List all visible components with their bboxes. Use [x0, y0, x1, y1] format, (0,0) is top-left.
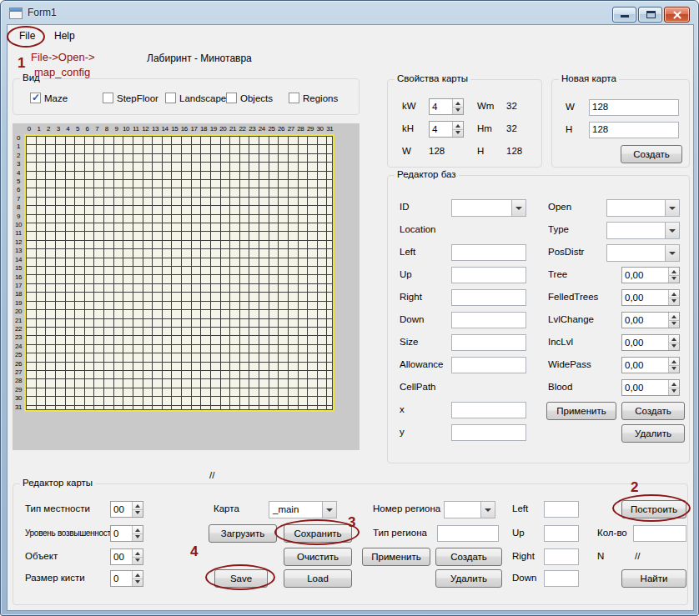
up-input[interactable]	[544, 525, 579, 542]
up-input[interactable]	[451, 267, 526, 283]
save-ru-button[interactable]: Сохранить	[284, 524, 352, 543]
grid-col-header: 11	[131, 124, 141, 133]
w-value: 128	[429, 146, 445, 156]
grid-row-header: 23	[13, 333, 23, 342]
left-input[interactable]	[544, 501, 579, 518]
object-spinner-icon[interactable]	[132, 549, 143, 564]
terrain-type-value: 00	[113, 504, 124, 514]
apply-button[interactable]: Применить	[362, 548, 430, 566]
elevation-value: 0	[113, 528, 118, 538]
id-combobox[interactable]	[451, 199, 526, 217]
dropdown-arrow-icon[interactable]	[511, 200, 526, 216]
clear-button[interactable]: Очистить	[284, 548, 352, 566]
object-stepper[interactable]: 00	[110, 548, 143, 565]
maximize-button[interactable]	[638, 7, 662, 23]
region-number-label: Номер региона	[373, 503, 440, 513]
grid-col-header: 25	[267, 124, 277, 133]
kh-stepper[interactable]: 4	[429, 121, 464, 138]
delete-button[interactable]: Удалить	[435, 569, 502, 588]
spinner-icon[interactable]	[668, 358, 679, 373]
open-combobox[interactable]	[606, 199, 680, 217]
menu-help[interactable]: Help	[48, 28, 82, 44]
save-en-button[interactable]: Save	[214, 569, 268, 588]
grid-col-header: 22	[238, 124, 248, 133]
checkbox-objects[interactable]: Objects	[226, 93, 273, 103]
widepass-stepper[interactable]: 0,00	[621, 357, 680, 373]
new-map-create-button[interactable]: Создать	[621, 145, 682, 163]
right-input[interactable]	[544, 548, 579, 565]
brush-spinner-icon[interactable]	[132, 571, 143, 586]
kh-spinner-icon[interactable]	[452, 122, 463, 137]
elevation-spinner-icon[interactable]	[132, 526, 143, 541]
titlebar[interactable]: Form1	[1, 1, 698, 25]
checkbox-label: Maze	[44, 93, 68, 103]
down-input[interactable]	[544, 570, 579, 587]
allowance-input[interactable]	[451, 357, 526, 373]
kw-spinner-icon[interactable]	[452, 99, 463, 114]
checkbox-regions[interactable]: Regions	[289, 93, 338, 103]
region-type-input[interactable]	[437, 525, 499, 542]
kw-label: kW	[402, 101, 416, 111]
annotation-step-1: 1	[18, 55, 25, 72]
elevation-stepper[interactable]: 0	[110, 525, 143, 542]
down-input[interactable]	[451, 312, 526, 328]
posdistr-combobox[interactable]	[606, 244, 680, 262]
grid-col-header: 24	[257, 124, 267, 133]
create-button[interactable]: Создать	[435, 548, 502, 566]
brush-size-stepper[interactable]: 0	[110, 570, 143, 587]
new-map-h-input[interactable]: 128	[589, 122, 679, 138]
spinner-icon[interactable]	[668, 313, 679, 328]
base-delete-button[interactable]: Удалить	[621, 424, 685, 443]
kw-stepper[interactable]: 4	[429, 98, 464, 115]
minimize-button[interactable]	[612, 7, 636, 23]
checkbox-landscape[interactable]: Landscape	[165, 93, 226, 103]
menu-file[interactable]: File	[13, 28, 42, 44]
spinner-icon[interactable]	[668, 290, 679, 305]
terrain-type-stepper[interactable]: 00	[110, 501, 143, 518]
type-combobox[interactable]	[606, 222, 680, 239]
load-ru-button[interactable]: Загрузить	[209, 524, 277, 543]
blood-stepper[interactable]: 0,00	[621, 379, 680, 396]
base-create-button[interactable]: Создать	[621, 402, 685, 420]
base-apply-button[interactable]: Применить	[546, 402, 616, 420]
close-button[interactable]	[664, 7, 690, 23]
left-input[interactable]	[451, 244, 526, 261]
dropdown-arrow-icon[interactable]	[665, 245, 679, 261]
map-combobox[interactable]: _main	[269, 501, 337, 518]
lvlchange-stepper[interactable]: 0,00	[621, 312, 680, 328]
dropdown-arrow-icon[interactable]	[665, 200, 679, 216]
inclvl-stepper[interactable]: 0,00	[621, 334, 680, 351]
build-button[interactable]: Построить	[621, 500, 686, 518]
grid-col-header: 10	[121, 124, 131, 133]
right-input[interactable]	[451, 289, 526, 306]
checkbox-maze[interactable]: Maze	[30, 93, 68, 103]
checkbox-checked-icon	[30, 93, 41, 103]
dropdown-arrow-icon[interactable]	[665, 223, 679, 238]
x-input[interactable]	[451, 402, 526, 418]
grid-row-header: 2	[13, 152, 23, 160]
terrain-spinner-icon[interactable]	[132, 502, 143, 517]
checkbox-stepfloor[interactable]: StepFloor	[103, 93, 158, 103]
n-value: //	[635, 551, 640, 561]
load-en-button[interactable]: Load	[284, 569, 352, 588]
felledtrees-stepper[interactable]: 0,00	[621, 289, 680, 306]
grid-row-header: 1	[13, 143, 23, 151]
spinner-icon[interactable]	[668, 268, 679, 283]
left-label: Left	[512, 503, 528, 513]
spinner-icon[interactable]	[668, 380, 679, 395]
count-input[interactable]	[633, 525, 686, 542]
find-button[interactable]: Найти	[621, 569, 686, 588]
map-grid[interactable]	[24, 134, 334, 412]
spinner-icon[interactable]	[668, 335, 679, 350]
annotation-step-1-text-line2: map_config	[34, 66, 90, 78]
region-number-combobox[interactable]	[444, 501, 495, 518]
region-dropdown-arrow-icon[interactable]	[480, 502, 495, 518]
y-input[interactable]	[451, 424, 526, 441]
map-editor-groupbox: Редактор карты Тип местности 00 Карта _m…	[13, 483, 688, 605]
base-right-label-tree: Tree	[548, 269, 567, 279]
tree-stepper[interactable]: 0,00	[621, 267, 680, 283]
grid-col-header: 23	[247, 124, 257, 133]
map-dropdown-arrow-icon[interactable]	[322, 502, 336, 518]
new-map-w-input[interactable]: 128	[589, 99, 679, 116]
size-input[interactable]	[451, 334, 526, 351]
